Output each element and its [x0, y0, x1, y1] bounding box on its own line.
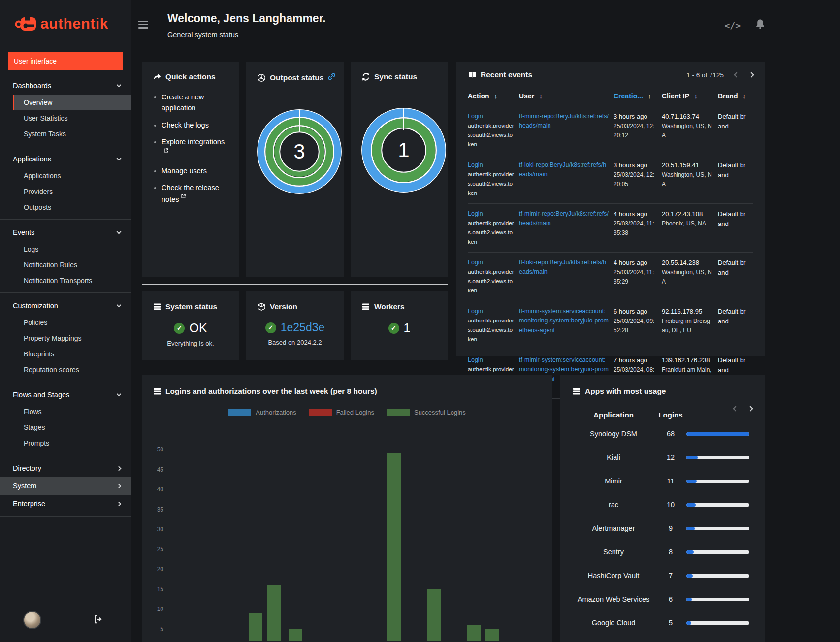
- app-name: rac: [572, 497, 655, 513]
- column-header-brand[interactable]: Brand↕: [718, 92, 753, 100]
- sign-out-icon[interactable]: [93, 614, 103, 626]
- sidebar-section-applications[interactable]: Applications: [0, 150, 131, 168]
- event-action-link[interactable]: Login: [468, 259, 483, 266]
- app-login-count: 68: [655, 430, 686, 438]
- event-user-link[interactable]: tf-mimir-repo:BeryJu/k8s:ref:refs/heads/…: [519, 113, 609, 129]
- sidebar-item-property-mappings[interactable]: Property Mappings: [0, 330, 131, 346]
- legend-item-authorizations[interactable]: Authorizations: [228, 409, 296, 416]
- page-title: Welcome, Jens Langhammer.: [167, 12, 326, 25]
- event-user-link[interactable]: tf-loki-repo:BeryJu/k8s:ref:refs/heads/m…: [519, 259, 606, 275]
- user-interface-button[interactable]: User interface: [8, 52, 123, 70]
- table-row: Sentry8: [572, 540, 753, 564]
- event-time-absolute: 25/03/2024, 09:52:28: [614, 317, 657, 335]
- external-link-icon: [181, 193, 186, 199]
- sidebar-item-applications[interactable]: Applications: [0, 168, 131, 184]
- divider: [0, 382, 131, 382]
- column-header-creation[interactable]: Creatio...↑: [614, 92, 662, 100]
- sidebar-item-directory[interactable]: Directory: [0, 459, 131, 477]
- version-link[interactable]: 1e25d3e: [281, 321, 325, 334]
- user-avatar[interactable]: [23, 611, 41, 629]
- sidebar-item-notification-transports[interactable]: Notification Transports: [0, 273, 131, 289]
- sidebar-item-enterprise[interactable]: Enterprise: [0, 495, 131, 513]
- sidebar-item-system[interactable]: System: [0, 477, 131, 495]
- legend-item-successful-logins[interactable]: Successful Logins: [387, 409, 466, 416]
- quick-action-release-notes[interactable]: Check the release notes: [162, 184, 219, 203]
- sidebar-item-flows[interactable]: Flows: [0, 404, 131, 419]
- sidebar-item-blueprints[interactable]: Blueprints: [0, 346, 131, 362]
- event-brand: Default brand: [718, 209, 748, 229]
- app-login-count: 10: [655, 501, 686, 509]
- app-name: Synology DSM: [572, 426, 655, 442]
- event-client-ip: 20.51.159.41: [662, 160, 713, 170]
- event-brand: Default brand: [718, 160, 748, 180]
- column-header-action[interactable]: Action↕: [468, 92, 519, 100]
- column-header-client-ip[interactable]: Client IP↕: [662, 92, 718, 100]
- sidebar-item-system-tasks[interactable]: System Tasks: [0, 126, 131, 142]
- version-subtitle: Based on 2024.2.2: [257, 339, 333, 346]
- app-login-count: 12: [655, 453, 686, 461]
- y-axis-tick: 25: [153, 546, 163, 553]
- chevron-right-icon: [117, 483, 122, 488]
- quick-action-check-logs[interactable]: Check the logs: [162, 121, 209, 129]
- menu-icon[interactable]: [138, 21, 148, 31]
- event-client-ip: 92.116.178.95: [662, 307, 713, 317]
- event-user-link[interactable]: tf-mimir-system:serviceaccount:monitorin…: [519, 308, 609, 334]
- table-row: Kiali12: [572, 446, 753, 469]
- event-action-link[interactable]: Login: [468, 356, 483, 363]
- legend-item-failed-logins[interactable]: Failed Logins: [309, 409, 374, 416]
- share-arrow-icon: [153, 72, 162, 81]
- event-user-link[interactable]: tf-loki-repo:BeryJu/k8s:ref:refs/heads/m…: [519, 161, 606, 178]
- sidebar-item-prompts[interactable]: Prompts: [0, 435, 131, 451]
- sidebar-section-flows-and-stages[interactable]: Flows and Stages: [0, 386, 131, 404]
- next-page-icon[interactable]: [748, 72, 754, 77]
- previous-page-icon[interactable]: [734, 72, 739, 77]
- event-geo: Phoenix, US, NA: [662, 219, 713, 228]
- sidebar-item-notification-rules[interactable]: Notification Rules: [0, 257, 131, 273]
- event-action-link[interactable]: Login: [468, 113, 483, 120]
- event-time-relative: 7 hours ago: [614, 355, 657, 365]
- column-header-user[interactable]: User↕: [519, 92, 614, 100]
- sidebar-section-dashboards[interactable]: Dashboards: [0, 77, 131, 95]
- logo-wordmark: authentik: [40, 15, 108, 32]
- event-action-link[interactable]: Login: [468, 210, 483, 217]
- sidebar-item-outposts[interactable]: Outposts: [0, 199, 131, 215]
- event-action-link[interactable]: Login: [468, 308, 483, 315]
- event-geo: Freiburg im Breisgau, DE, EU: [662, 317, 713, 335]
- bell-icon[interactable]: [755, 19, 765, 32]
- sidebar-item-user-statistics[interactable]: User Statistics: [0, 110, 131, 126]
- apps-usage-panel: Apps with most usage Application Logins …: [560, 375, 765, 642]
- quick-action-create-application[interactable]: Create a new application: [162, 93, 204, 112]
- server-icon: [153, 387, 162, 396]
- sidebar-section-events[interactable]: Events: [0, 224, 131, 241]
- outpost-link-icon[interactable]: [327, 72, 336, 83]
- check-icon: ✓: [388, 323, 399, 334]
- chart-title: Logins and authorizations over the last …: [165, 387, 377, 396]
- y-axis-tick: 10: [153, 606, 163, 612]
- sidebar-item-reputation-scores[interactable]: Reputation scores: [0, 362, 131, 378]
- event-client-ip: 40.71.163.74: [662, 112, 713, 122]
- chart-bar: [387, 453, 401, 641]
- table-row: Google Cloud5: [572, 611, 753, 635]
- app-login-count: 6: [655, 595, 686, 603]
- quick-action-manage-users[interactable]: Manage users: [162, 167, 207, 175]
- table-row: HashiCorp Vault7: [572, 564, 753, 587]
- sidebar-section-customization[interactable]: Customization: [0, 297, 131, 315]
- sidebar-item-policies[interactable]: Policies: [0, 315, 131, 330]
- sidebar-item-stages[interactable]: Stages: [0, 419, 131, 435]
- authentik-logo-icon: [15, 14, 37, 33]
- event-user-link[interactable]: tf-mimir-repo:BeryJu/k8s:ref:refs/heads/…: [519, 210, 609, 226]
- main-area: Welcome, Jens Langhammer. General system…: [131, 0, 840, 642]
- outpost-status-donut: 3: [257, 109, 342, 194]
- sidebar-item-overview[interactable]: Overview: [13, 95, 131, 110]
- table-row: Loginauthentik.providers.oauth2.views.to…: [468, 253, 753, 301]
- quick-action-explore-integrations[interactable]: Explore integrations: [162, 138, 225, 146]
- outpost-count: 3: [257, 109, 342, 194]
- event-action-link[interactable]: Login: [468, 161, 483, 168]
- legend-swatch: [228, 409, 251, 416]
- chart-bar: [467, 625, 481, 641]
- table-row: Mimir11: [572, 469, 753, 493]
- sidebar-item-logs[interactable]: Logs: [0, 241, 131, 257]
- column-header-application: Application: [572, 411, 655, 419]
- api-code-icon[interactable]: </>: [724, 20, 741, 31]
- sidebar-item-providers[interactable]: Providers: [0, 184, 131, 199]
